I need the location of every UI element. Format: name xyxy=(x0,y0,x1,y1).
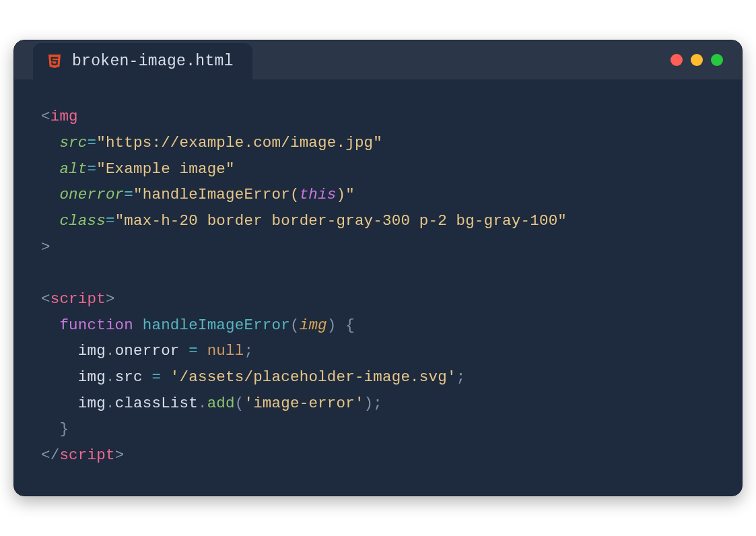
code-line: img.src = '/assets/placeholder-image.svg… xyxy=(41,364,715,391)
file-name: broken-image.html xyxy=(72,53,234,70)
minimize-button[interactable] xyxy=(691,54,703,66)
code-line: </script> xyxy=(41,442,715,469)
maximize-button[interactable] xyxy=(711,54,723,66)
code-line: onerror="handleImageError(this)" xyxy=(41,182,715,208)
code-line: <script> xyxy=(41,286,715,312)
code-line: img.onerror = null; xyxy=(41,338,715,364)
code-line: function handleImageError(img) { xyxy=(41,312,715,339)
code-line: class="max-h-20 border border-gray-300 p… xyxy=(41,208,715,234)
code-line xyxy=(41,260,715,286)
code-editor-content[interactable]: <img src="https://example.com/image.jpg"… xyxy=(14,79,742,496)
code-line: img.classList.add('image-error'); xyxy=(41,391,715,417)
code-line: alt="Example image" xyxy=(41,156,715,182)
code-line: src="https://example.com/image.jpg" xyxy=(41,130,715,156)
code-line: > xyxy=(41,234,715,261)
code-editor-window: broken-image.html <img src="https://exam… xyxy=(13,40,743,496)
code-line: } xyxy=(41,416,715,442)
code-line: <img xyxy=(41,104,715,130)
window-controls xyxy=(671,54,723,66)
close-button[interactable] xyxy=(671,54,683,66)
html5-icon xyxy=(46,53,63,69)
file-tab[interactable]: broken-image.html xyxy=(33,43,252,79)
title-bar: broken-image.html xyxy=(14,40,742,79)
